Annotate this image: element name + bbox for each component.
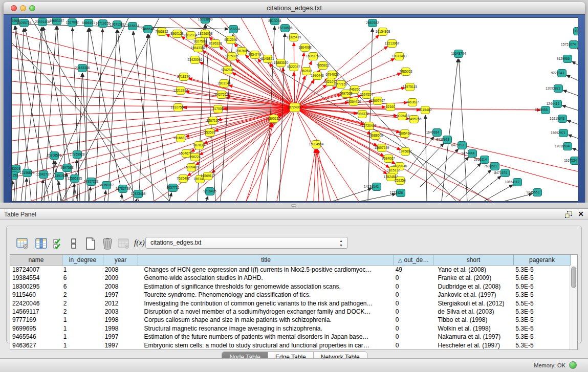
table-panel-title: Table Panel <box>4 211 36 218</box>
column-header-year[interactable]: year <box>103 255 138 266</box>
table-row[interactable]: 946362711997Embryonic stem cells: a mode… <box>10 341 570 349</box>
table-cell: 2008 <box>103 266 138 274</box>
new-file-button[interactable] <box>84 237 97 250</box>
graph-node-label: 9474444 <box>462 151 475 155</box>
graph-node-label: 16782739 <box>116 187 130 190</box>
graph-node-label: 13942737 <box>36 172 51 176</box>
graph-node-label: 12505135 <box>68 177 82 180</box>
table-cell: 5.3E-5 <box>513 266 570 274</box>
table-cell: 2008 <box>103 282 138 291</box>
select-rows-button[interactable] <box>52 237 65 250</box>
table-cell: 2009 <box>103 274 138 282</box>
table-cell: 5.3E-5 <box>513 291 570 299</box>
table-cell: 6 <box>62 274 103 282</box>
network-window: citations_edges.txt 79638228960128891293… <box>4 2 585 203</box>
vertical-scrollbar[interactable] <box>570 266 577 349</box>
window-title: citations_edges.txt <box>4 4 585 12</box>
column-header-title[interactable]: title <box>138 255 394 266</box>
table-cell: 5.6E-5 <box>513 274 570 282</box>
table-row[interactable]: 911546021997Tourette syndrome. Phenomeno… <box>10 291 570 299</box>
table-cell: 0 <box>394 282 433 291</box>
graph-node-label: 20364456 <box>346 100 361 103</box>
table-cell: 19384554 <box>10 274 62 282</box>
import-table-button[interactable] <box>117 237 130 250</box>
graph-node-label: 1975692 <box>399 149 412 153</box>
table-row[interactable]: 977716911998Corpus callosum shape and si… <box>10 316 570 324</box>
column-header-short[interactable]: short <box>433 255 514 266</box>
table-cell: 1 <box>62 324 103 333</box>
table-cell: 5.3E-5 <box>513 316 570 324</box>
select-stepper-icon: ▲▼ <box>339 238 343 248</box>
network-file-select[interactable]: citations_edges.txt ▲▼ <box>145 237 348 249</box>
column-visibility-button[interactable] <box>35 237 48 250</box>
table-cell: 1998 <box>103 324 138 333</box>
graph-node-label: 8471676 <box>494 171 508 174</box>
graph-node-label: 887833 <box>193 143 205 147</box>
graph-node-label: 1905419 <box>398 132 411 135</box>
graph-node-label: 12213967 <box>385 41 400 45</box>
graph-node-label: 1112 <box>573 29 578 33</box>
graph-node-label: 8938928 <box>437 138 450 141</box>
graph-node-label: 9146821 <box>261 57 274 60</box>
table-cell: 0 <box>394 333 433 341</box>
table-row[interactable]: 1456911722003Disruption of a novel membe… <box>10 308 570 316</box>
graph-node-label: 8427552 <box>215 93 228 96</box>
graph-node-label: 8115955 <box>535 108 548 112</box>
table-row[interactable]: 1830029562008Estimation of significance … <box>10 282 570 291</box>
scrollbar-thumb[interactable] <box>571 267 576 288</box>
node-table: namein_degreeyeartitle△ out_de…shortpage… <box>10 254 578 350</box>
rows-button[interactable] <box>67 237 80 250</box>
graph-node-label: 17959928 <box>70 152 85 156</box>
graph-node-label: 19384554 <box>309 142 324 146</box>
graph-node-label: 16033809 <box>198 18 213 21</box>
graph-node-label: 3624554 <box>360 93 373 96</box>
graph-node-label: 83508 <box>12 167 20 170</box>
table-row[interactable]: 1872400712008Changes of HCN gene express… <box>10 266 570 274</box>
graph-node-label: 6794028 <box>325 73 339 76</box>
graph-node-label: 1733426 <box>390 191 403 194</box>
table-row[interactable]: 969969511998Structural magnetic resonanc… <box>10 324 570 333</box>
table-cell: 9777169 <box>10 316 62 324</box>
column-header-out_degree[interactable]: △ out_de… <box>394 255 433 266</box>
panel-splitter[interactable] <box>0 203 588 208</box>
table-cell: Embryonic stem cells: a model to study s… <box>138 341 394 349</box>
citation-network-graph[interactable]: 7963822896012889129341822605893275081654… <box>12 18 578 201</box>
graph-node-label: 15883520 <box>274 61 289 64</box>
column-header-pagerank[interactable]: pagerank <box>514 255 571 266</box>
table-row[interactable]: 1938455462009Genome-wide association stu… <box>10 274 570 282</box>
graph-node-label: 317006 <box>212 107 224 111</box>
network-file-select-value: citations_edges.txt <box>150 239 201 246</box>
graph-node-label: 9227343 <box>551 71 564 75</box>
graph-node-label: 22420046 <box>188 58 203 61</box>
graph-node-label: 7986372 <box>356 112 369 116</box>
graph-node-label: 14569117 <box>201 174 215 178</box>
table-cell: Genome-wide association studies in ADHD. <box>138 274 394 282</box>
table-cell: Investigating the contribution of common… <box>138 299 394 308</box>
network-canvas[interactable]: 7963822896012889129341822605893275081654… <box>11 17 578 202</box>
graph-node-label: 16961758 <box>306 54 321 58</box>
table-settings-button[interactable] <box>16 237 29 250</box>
graph-node-label: 2687682 <box>366 21 379 25</box>
table-panel-body: f(x) citations_edges.txt ▲▼ namein_degre… <box>0 220 588 358</box>
table-row[interactable]: 2242004622012Investigating the contribut… <box>10 299 570 308</box>
graph-node-label: 8960128 <box>170 32 184 35</box>
window-titlebar[interactable]: citations_edges.txt <box>4 2 585 14</box>
table-cell: 5.3E-5 <box>513 324 570 333</box>
memory-status-label: Memory: OK <box>534 362 565 368</box>
table-cell: 9465546 <box>10 333 62 341</box>
graph-node-label: 10654112 <box>505 180 520 184</box>
splitter-grip-icon[interactable] <box>291 204 296 207</box>
column-header-name[interactable]: name <box>10 255 62 266</box>
table-row[interactable]: 946554611997Estimation of the future num… <box>10 333 570 341</box>
graph-node-label: 8267130 <box>206 119 220 122</box>
float-panel-icon[interactable] <box>564 210 573 218</box>
close-panel-icon[interactable]: ✕ <box>578 210 584 218</box>
graph-node-label: 7515524 <box>126 24 139 28</box>
table-cell: Wolkin et al. (1998) <box>432 324 513 333</box>
table-cell: 2 <box>62 291 103 299</box>
table-cell: 1 <box>62 333 103 341</box>
graph-node-label: 9129966 <box>557 57 570 60</box>
column-header-in_degree[interactable]: in_degree <box>62 255 103 266</box>
delete-button[interactable] <box>101 237 114 250</box>
graph-node-label: 10607467 <box>371 99 385 102</box>
